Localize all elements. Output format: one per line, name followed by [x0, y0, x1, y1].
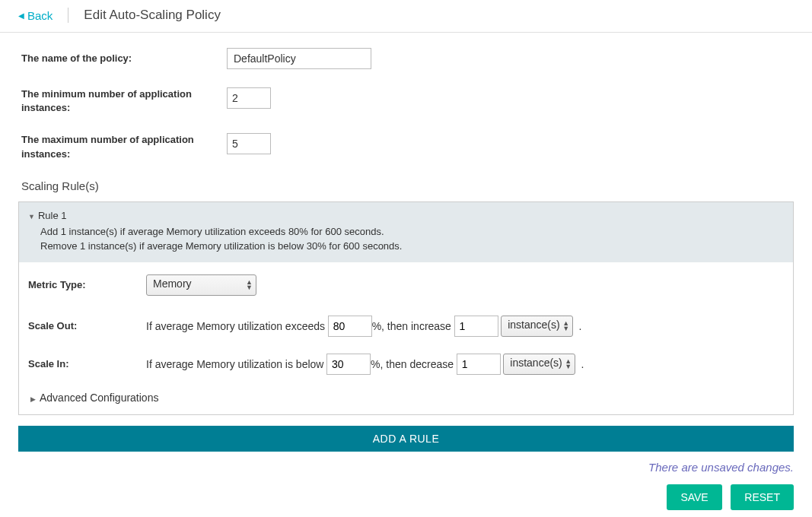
- metric-type-value: Memory: [153, 278, 192, 290]
- scaling-rules-title: Scaling Rule(s): [21, 179, 812, 192]
- page-title: Edit Auto-Scaling Policy: [84, 8, 221, 23]
- footer: There are unsaved changes. SAVE RESET: [0, 452, 812, 517]
- advanced-configurations-toggle[interactable]: Advanced Configurations: [28, 392, 784, 404]
- header-bar: Back Edit Auto-Scaling Policy: [0, 0, 812, 33]
- metric-type-label: Metric Type:: [28, 279, 146, 290]
- min-instances-input[interactable]: [227, 87, 271, 109]
- scale-out-period: .: [578, 320, 581, 332]
- scale-in-text-pre: If average Memory utilization is below: [146, 358, 323, 370]
- scale-in-label: Scale In:: [28, 358, 146, 370]
- add-rule-button[interactable]: ADD A RULE: [18, 426, 794, 452]
- scale-out-threshold-input[interactable]: [328, 316, 372, 337]
- rule-scale-out-desc: Add 1 instance(s) if average Memory util…: [28, 226, 784, 237]
- save-button[interactable]: SAVE: [667, 484, 721, 510]
- rule-header: Rule 1 Add 1 instance(s) if average Memo…: [19, 202, 793, 262]
- scale-in-unit-select[interactable]: instance(s) ▲▼: [503, 354, 575, 375]
- form-area: The name of the policy: The minimum numb…: [0, 33, 812, 161]
- reset-button[interactable]: RESET: [731, 484, 794, 510]
- chevron-updown-icon: ▲▼: [246, 280, 253, 290]
- header-divider: [68, 8, 68, 23]
- policy-name-label: The name of the policy:: [21, 48, 227, 65]
- scale-out-unit-select[interactable]: instance(s) ▲▼: [501, 316, 573, 337]
- back-link[interactable]: Back: [18, 9, 53, 22]
- chevron-updown-icon: ▲▼: [562, 321, 569, 331]
- scale-in-count-input[interactable]: [457, 354, 501, 375]
- min-instances-label: The minimum number of application instan…: [21, 87, 227, 115]
- policy-name-input[interactable]: [227, 48, 371, 69]
- scale-out-text-mid: %, then increase: [372, 320, 451, 332]
- rule-box: Rule 1 Add 1 instance(s) if average Memo…: [18, 201, 794, 415]
- chevron-updown-icon: ▲▼: [565, 359, 572, 370]
- scale-out-label: Scale Out:: [28, 320, 146, 331]
- max-instances-label: The maximum number of application instan…: [21, 133, 227, 160]
- scale-out-text-pre: If average Memory utilization exceeds: [146, 320, 325, 332]
- unsaved-changes-msg: There are unsaved changes.: [18, 461, 794, 474]
- rule-body: Metric Type: Memory ▲▼ Scale Out: If ave…: [19, 262, 793, 414]
- scale-out-count-input[interactable]: [454, 316, 498, 337]
- scale-in-unit-value: instance(s): [510, 357, 562, 369]
- scale-in-threshold-input[interactable]: [326, 354, 371, 375]
- rule-scale-in-desc: Remove 1 instance(s) if average Memory u…: [28, 240, 784, 252]
- max-instances-input[interactable]: [227, 133, 271, 154]
- scale-in-period: .: [581, 358, 584, 370]
- scale-in-text-mid: %, then decrease: [371, 358, 454, 370]
- rule-title-toggle[interactable]: Rule 1: [28, 210, 784, 221]
- scale-out-unit-value: instance(s): [508, 319, 559, 331]
- metric-type-select[interactable]: Memory ▲▼: [146, 274, 256, 296]
